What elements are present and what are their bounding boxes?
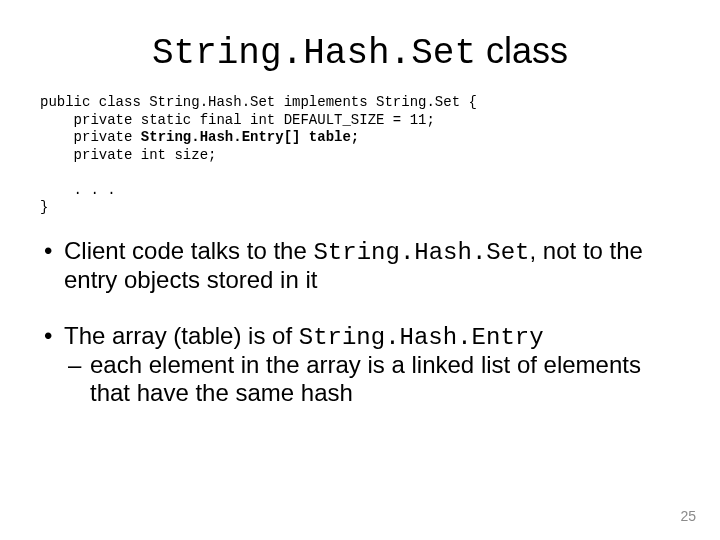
slide-title: String.Hash.Set class [40,30,680,74]
bullet-text: Client code talks to the [64,237,313,264]
bullet-item: The array (table) is of String.Hash.Entr… [40,322,680,407]
code-line: } [40,199,48,215]
sub-bullet-item: each element in the array is a linked li… [64,351,680,406]
code-line: public class String.Hash.Set implements … [40,94,477,110]
title-mono: String.Hash.Set [152,33,476,74]
bullet-mono: String.Hash.Set [313,239,529,266]
page-number: 25 [680,508,696,524]
code-line: . . . [40,182,116,198]
bullet-list: Client code talks to the String.Hash.Set… [40,237,680,407]
code-line: private int size; [40,147,216,163]
bullet-item: Client code talks to the String.Hash.Set… [40,237,680,294]
code-block: public class String.Hash.Set implements … [40,94,680,217]
title-rest: class [476,30,568,71]
sub-list: each element in the array is a linked li… [64,351,680,406]
slide: String.Hash.Set class public class Strin… [0,0,720,540]
code-line: private static final int DEFAULT_SIZE = … [40,112,435,128]
bullet-text: The array (table) is of [64,322,299,349]
sub-bullet-text: each element in the array is a linked li… [90,351,641,406]
code-bold: String.Hash.Entry[] table; [141,129,359,145]
bullet-mono: String.Hash.Entry [299,324,544,351]
code-line: private [40,129,141,145]
